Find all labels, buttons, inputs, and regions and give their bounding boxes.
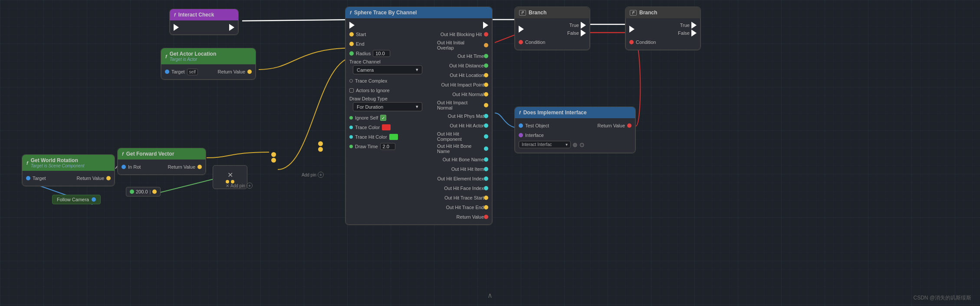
return-right: Return Value <box>168 164 202 170</box>
branch-1-icon: ↱ <box>519 10 526 16</box>
add-pin-right-bottom[interactable] <box>318 147 323 152</box>
value-200-pin-in[interactable] <box>130 190 134 194</box>
follow-camera-label: Follow Camera <box>57 197 89 202</box>
out-hit-face-index-pin[interactable] <box>484 186 488 190</box>
radius-value[interactable]: 10.0 <box>373 50 390 57</box>
branch-2-header: ↱ Branch <box>625 7 700 18</box>
out-hit-normal-pin[interactable] <box>484 92 488 96</box>
self-badge: self <box>187 69 198 75</box>
out-hit-time-pin[interactable] <box>484 54 488 58</box>
out-hit-distance-pin[interactable] <box>484 63 488 68</box>
branch-1-false-pin[interactable] <box>581 30 586 37</box>
out-initial-overlap-pin[interactable] <box>484 43 488 47</box>
interact-check-body <box>170 20 238 35</box>
add-pin-left-bottom[interactable] <box>271 158 276 163</box>
actors-ignore-pin[interactable] <box>349 88 354 93</box>
follow-camera-pin[interactable] <box>92 197 96 202</box>
out-hit-component-pin[interactable] <box>484 134 488 139</box>
out-hit-bone-name-2-pin[interactable] <box>484 157 488 162</box>
blueprint-canvas[interactable]: f Interact Check f Get Actor Location Ta… <box>0 0 980 306</box>
target-left: Target self <box>165 69 198 75</box>
test-object-pin[interactable] <box>519 123 523 128</box>
trace-channel-dropdown[interactable]: Camera ▾ <box>353 65 422 74</box>
inrot-pin[interactable] <box>122 165 126 169</box>
out-hit-normal-row: Out Hit Normal <box>434 90 492 99</box>
get-actor-loc-title: Get Actor Location <box>170 51 217 57</box>
draw-time-pin[interactable] <box>349 145 353 148</box>
trace-hit-color-swatch[interactable] <box>389 134 398 140</box>
out-hit-actor-pin[interactable] <box>484 123 488 128</box>
does-impl-return-pin[interactable] <box>627 123 631 128</box>
return-right: Return Value <box>598 123 631 128</box>
ignore-self-pin[interactable] <box>349 116 353 120</box>
actors-ignore-left: Actors to Ignore <box>349 88 390 93</box>
sphere-trace-header: f Sphere Trace By Channel <box>345 7 492 18</box>
branch-2-false-label: False <box>678 30 690 36</box>
branch-2-true-pin[interactable] <box>691 22 697 29</box>
trace-color-swatch[interactable] <box>382 124 391 130</box>
out-hit-location-pin[interactable] <box>484 73 488 77</box>
sphere-trace-return-pin[interactable] <box>484 215 488 219</box>
sphere-trace-exec-in[interactable] <box>349 22 355 29</box>
out-hit-impact-point-pin[interactable] <box>484 83 488 87</box>
draw-time-value[interactable]: 2.0 <box>380 143 395 150</box>
interface-pin[interactable] <box>519 133 523 137</box>
branch-2-exec-in[interactable] <box>629 26 635 33</box>
trace-hit-color-pin[interactable] <box>349 135 353 139</box>
out-hit-trace-start-pin[interactable] <box>484 196 488 200</box>
branch-1-exec-in[interactable] <box>519 26 524 33</box>
out-hit-bone-name-1-pin[interactable] <box>484 146 488 151</box>
branch-1-true-pin[interactable] <box>581 22 586 29</box>
interface-settings-icon[interactable]: ⊙ <box>579 141 585 148</box>
out-hit-element-index-pin[interactable] <box>484 176 488 181</box>
add-pin-left-btn[interactable]: + <box>247 183 253 189</box>
exec-out-pin[interactable] <box>229 24 234 31</box>
get-forward-vec-inrot-row: In Rot Return Value <box>118 162 205 172</box>
trace-color-pin[interactable] <box>349 126 353 129</box>
add-pin-left-top[interactable] <box>271 152 276 157</box>
radius-pin[interactable] <box>349 51 354 56</box>
value-200-node: 200.0 | <box>126 187 161 196</box>
interface-search-icon[interactable]: ⊕ <box>572 141 578 148</box>
exec-in-pin[interactable] <box>174 24 179 31</box>
draw-debug-dropdown[interactable]: For Duration ▾ <box>353 102 422 111</box>
out-hit-distance-label: Out Hit Distance <box>449 63 484 68</box>
get-actor-loc-target-row: Target self Return Value <box>161 67 255 76</box>
does-implement-title: Does Implement Interface <box>523 110 587 116</box>
out-hit-location-row: Out Hit Location <box>434 70 492 80</box>
trace-complex-pin[interactable] <box>349 79 353 83</box>
branch-2-condition-pin[interactable] <box>629 40 634 44</box>
return-pin[interactable] <box>106 176 111 180</box>
end-pin[interactable] <box>349 42 354 46</box>
out-hit-bone-name-2-row: Out Hit Bone Name <box>434 155 492 164</box>
radius-label: Radius <box>356 51 371 56</box>
ignore-self-checkbox[interactable]: ✓ <box>380 115 386 121</box>
interface-dropdown[interactable]: Interact Interfac ▾ <box>519 141 571 148</box>
branch-1-condition-pin[interactable] <box>519 40 523 44</box>
target-pin[interactable] <box>26 176 30 180</box>
out-hit-bone-name-2-label: Out Hit Bone Name <box>443 157 484 162</box>
out-hit-trace-end-pin[interactable] <box>484 205 488 210</box>
out-hit-phys-mat-pin[interactable] <box>484 114 488 118</box>
target-pin[interactable] <box>165 70 169 74</box>
add-pin-right-top[interactable] <box>318 141 323 146</box>
sphere-trace-exec-out[interactable] <box>483 22 488 29</box>
add-pin-left-text[interactable]: Add pin <box>230 183 245 188</box>
start-pin[interactable] <box>349 32 354 37</box>
actors-ignore-row: Actors to Ignore <box>346 86 429 95</box>
return-pin[interactable] <box>247 70 252 74</box>
does-impl-return-label: Return Value <box>598 123 625 128</box>
value-200-pin-out[interactable] <box>152 190 157 194</box>
out-hit-impact-normal-pin[interactable] <box>484 103 488 107</box>
add-pin-right-text[interactable]: Add pin <box>302 173 316 177</box>
out-hit-item-pin[interactable] <box>484 167 488 171</box>
scroll-indicator[interactable]: ∧ <box>487 291 493 299</box>
return-pin[interactable] <box>197 165 202 169</box>
out-hit-normal-label: Out Hit Normal <box>452 92 484 97</box>
draw-debug-chevron: ▾ <box>416 104 418 110</box>
out-blocking-hit-pin[interactable] <box>484 32 488 37</box>
trace-hit-color-row: Trace Hit Color <box>346 132 429 142</box>
add-pin-right-btn[interactable]: + <box>318 172 324 178</box>
branch-2-false-pin[interactable] <box>691 30 697 37</box>
get-forward-vec-body: In Rot Return Value <box>118 160 206 175</box>
